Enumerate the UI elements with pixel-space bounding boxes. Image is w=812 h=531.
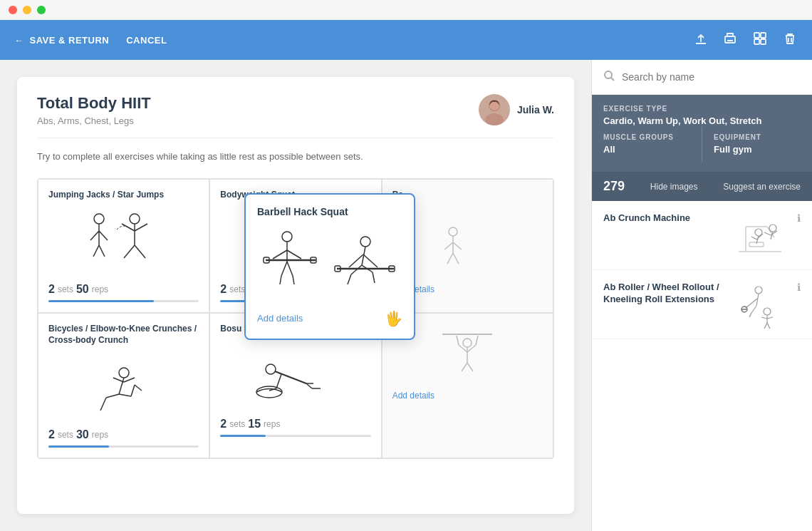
svg-rect-1 — [754, 33, 759, 38]
title-bar — [0, 0, 812, 20]
svg-rect-0 — [725, 36, 735, 43]
svg-line-98 — [756, 234, 763, 239]
workout-description: Try to complete all exercises while taki… — [37, 150, 554, 164]
trainer-info: Julia W. — [479, 94, 554, 125]
search-input[interactable] — [622, 71, 801, 83]
back-arrow-icon: ← — [14, 35, 24, 46]
svg-line-76 — [293, 276, 294, 284]
svg-line-89 — [611, 78, 614, 81]
cancel-label: CANCEL — [126, 35, 167, 46]
grab-icon: 🖐 — [385, 310, 402, 327]
exercise-list: Ab Crunch Machine — [592, 201, 812, 531]
svg-line-19 — [135, 245, 145, 258]
svg-point-110 — [764, 308, 771, 315]
svg-line-39 — [453, 253, 459, 264]
svg-line-46 — [100, 398, 106, 411]
svg-line-10 — [90, 231, 99, 240]
workout-header: Total Body HIIT Abs, Arms, Chest, Legs — [37, 94, 554, 138]
exercise-list-name-2: Ab Roller / Wheel Rollout /Kneeling Roll… — [603, 282, 723, 306]
svg-line-104 — [756, 294, 759, 306]
svg-point-77 — [360, 237, 370, 247]
svg-line-65 — [467, 363, 473, 371]
svg-line-48 — [135, 385, 142, 391]
svg-line-101 — [764, 232, 771, 235]
popup-add-details-link[interactable]: Add details — [257, 313, 303, 324]
trainer-name: Julia W. — [517, 104, 554, 115]
muscle-group-col: MUSCLE GROUPS All — [603, 126, 702, 162]
svg-line-13 — [99, 245, 105, 257]
info-icon-2[interactable]: ℹ — [797, 282, 801, 293]
svg-line-50 — [275, 371, 306, 383]
svg-point-58 — [463, 339, 472, 347]
svg-line-75 — [287, 262, 293, 276]
svg-line-54 — [306, 383, 312, 388]
svg-line-112 — [761, 317, 767, 319]
cancel-button[interactable]: CANCEL — [126, 35, 167, 46]
exercise-stats-5: 2 sets 15 reps — [220, 418, 370, 431]
svg-rect-2 — [761, 33, 766, 38]
info-icon-1[interactable]: ℹ — [797, 212, 801, 224]
list-item-2[interactable]: Ab Roller / Wheel Rollout /Kneeling Roll… — [592, 270, 812, 339]
svg-line-47 — [131, 385, 135, 396]
exercise-illustration-4 — [48, 351, 199, 423]
svg-line-113 — [767, 317, 773, 319]
equipment-value: Full gym — [714, 144, 801, 155]
svg-point-66 — [282, 232, 292, 242]
equipment-col: EQUIPMENT Full gym — [702, 126, 801, 162]
svg-point-103 — [755, 287, 762, 294]
svg-point-99 — [769, 225, 776, 232]
equipment-label: EQUIPMENT — [714, 133, 801, 141]
exercise-thumb-2 — [732, 282, 788, 327]
exercise-type-value: Cardio, Warm Up, Work Out, Stretch — [603, 115, 801, 126]
exercise-stats-1: 2 sets 50 reps — [48, 283, 199, 296]
exercise-info-1: Ab Crunch Machine — [603, 212, 723, 230]
list-item-1[interactable]: Ab Crunch Machine — [592, 201, 812, 270]
svg-line-36 — [444, 242, 453, 249]
filter-section: EXERCISE TYPE Cardio, Warm Up, Work Out,… — [592, 95, 812, 172]
layout-icon[interactable] — [752, 31, 768, 50]
svg-point-34 — [449, 227, 457, 236]
popup-title: Barbell Hack Squat — [257, 206, 402, 217]
suggest-exercise-button[interactable]: Suggest an exercise — [723, 182, 801, 192]
muscle-groups-value: All — [603, 144, 690, 155]
svg-line-60 — [459, 345, 467, 352]
hide-images-button[interactable]: Hide images — [650, 182, 698, 192]
svg-line-51 — [276, 374, 281, 388]
exercise-type-label: EXERCISE TYPE — [603, 105, 801, 113]
exercise-name-4: Bicycles / Elbow-to-Knee Crunches / Cros… — [48, 324, 199, 346]
workout-title: Total Body HIIT — [37, 94, 151, 113]
svg-point-6 — [485, 113, 504, 125]
save-return-label: SAVE & RETURN — [30, 35, 110, 46]
svg-line-61 — [457, 336, 459, 345]
svg-point-8 — [94, 214, 104, 224]
exercise-illustration-5 — [220, 341, 370, 412]
svg-line-45 — [119, 394, 131, 396]
trash-icon[interactable] — [782, 31, 798, 50]
svg-line-37 — [453, 242, 462, 249]
svg-line-97 — [751, 237, 756, 239]
print-icon[interactable] — [722, 31, 738, 50]
close-dot[interactable] — [9, 6, 17, 14]
exercise-stats-4: 2 sets 30 reps — [48, 428, 199, 441]
svg-line-83 — [363, 254, 378, 267]
svg-rect-4 — [761, 39, 766, 44]
svg-point-88 — [605, 71, 612, 78]
minimize-dot[interactable] — [23, 6, 31, 14]
muscle-groups-label: MUSCLE GROUPS — [603, 133, 690, 141]
svg-line-17 — [135, 224, 147, 231]
save-return-button[interactable]: ← SAVE & RETURN — [14, 35, 109, 46]
maximize-dot[interactable] — [37, 6, 46, 14]
add-details-6[interactable]: Add details — [392, 391, 434, 401]
filter-row: MUSCLE GROUPS All EQUIPMENT Full gym — [603, 126, 801, 162]
exercise-cell-4: Bicycles / Elbow-to-Knee Crunches / Cros… — [38, 313, 209, 458]
exercise-count: 279 — [603, 179, 625, 194]
share-icon[interactable] — [692, 31, 708, 50]
exercise-list-name-1: Ab Crunch Machine — [603, 212, 723, 225]
svg-point-49 — [266, 364, 276, 374]
svg-line-62 — [467, 345, 476, 352]
svg-line-12 — [93, 245, 99, 257]
svg-line-74 — [280, 276, 281, 284]
exercise-popup: Barbell Hack Squat — [244, 193, 415, 340]
exercise-cell-1: Jumping Jacks / Star Jumps — [38, 179, 209, 314]
svg-line-18 — [124, 245, 135, 258]
